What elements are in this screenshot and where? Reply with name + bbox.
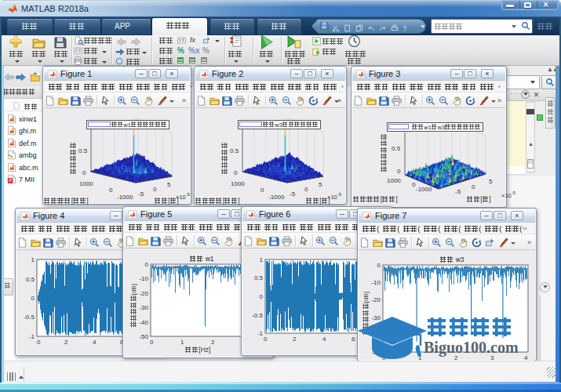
svg-text:P: P [9,178,12,183]
